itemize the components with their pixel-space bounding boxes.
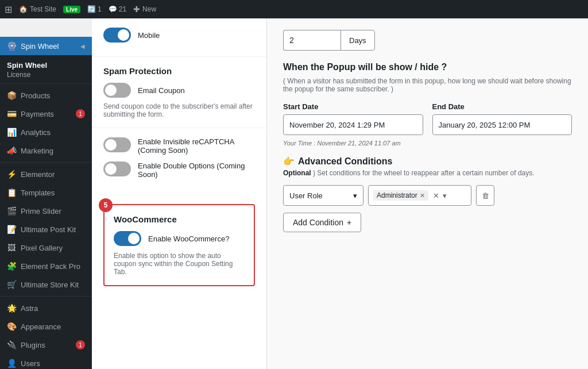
sidebar-element-pack-pro-label: Element Pack Pro [21, 262, 80, 271]
email-coupon-label: Email Coupon [138, 86, 185, 95]
start-date-input[interactable]: November 20, 2024 1:29 PM [283, 114, 423, 135]
sidebar-item-element-pack-pro[interactable]: 🧩 Element Pack Pro [0, 257, 92, 275]
revisions-count[interactable]: 🔄 1 [87, 5, 102, 13]
sidebar-products-label: Products [21, 91, 50, 100]
sidebar-prime-slider-label: Prime Slider [21, 207, 61, 216]
condition-row: User Role ▾ Administrator ✕ ✕ ▾ 🗑 [283, 185, 572, 206]
sidebar-analytics-label: Analytics [21, 128, 51, 137]
ultimate-store-kit-icon: 🛒 [7, 280, 16, 289]
mobile-toggle-label: Mobile [138, 31, 160, 40]
advanced-emoji: 👉 [283, 156, 295, 167]
plus-icon: ✚ [133, 5, 140, 14]
spam-section: Spam Protection Email Coupon Send coupon… [92, 56, 266, 128]
condition-chevron-btn[interactable]: ▾ [443, 191, 447, 200]
sidebar-templates-label: Templates [21, 189, 55, 197]
condition-tag-remove[interactable]: ✕ [420, 192, 425, 199]
sidebar-item-pixel-gallery[interactable]: 🖼 Pixel Gallery [0, 239, 92, 257]
start-date-label: Start Date [283, 102, 423, 111]
advanced-note-rest: ) Set conditions for the wheel to reappe… [313, 169, 535, 177]
days-unit-label: Days [341, 30, 375, 51]
comment-icon: 💬 [109, 5, 117, 13]
plugins-icon: 🔌 [7, 340, 16, 349]
site-name[interactable]: 🏠 Test Site [19, 5, 56, 13]
condition-clear-btn[interactable]: ✕ [433, 191, 439, 200]
condition-tag: Administrator ✕ [373, 190, 428, 201]
woocommerce-toggle[interactable] [114, 231, 141, 246]
captcha-toggle[interactable] [103, 137, 131, 152]
sidebar-item-payments[interactable]: 💳 Payments 1 [0, 105, 92, 123]
captcha-section: Enable Invisible reCAPTCHA (Coming Soon)… [92, 128, 266, 195]
wp-logo-icon: ⊞ [5, 4, 12, 15]
mobile-toggle-knob [118, 29, 129, 41]
sidebar-item-products[interactable]: 📦 Products [0, 86, 92, 105]
sidebar-item-appearance[interactable]: 🎨 Appearance [0, 317, 92, 336]
condition-type-chevron: ▾ [353, 191, 357, 200]
comments-count[interactable]: 💬 21 [109, 5, 126, 13]
sidebar-item-templates[interactable]: 📋 Templates [0, 183, 92, 202]
advanced-conditions-note: Optional ) Set conditions for the wheel … [283, 169, 572, 177]
condition-type-label: User Role [289, 191, 323, 200]
spam-description: Send coupon code to the subscriber's ema… [103, 102, 255, 118]
sidebar-elementor-label: Elementor [21, 170, 55, 179]
sidebar-ultimate-post-kit-label: Ultimate Post Kit [21, 225, 76, 234]
astra-icon: 🌟 [7, 303, 16, 313]
add-condition-label: Add Condition [293, 218, 343, 227]
sidebar-item-astra[interactable]: 🌟 Astra [0, 299, 92, 317]
sidebar-item-ultimate-store-kit[interactable]: 🛒 Ultimate Store Kit [0, 275, 92, 294]
spin-wheel-subtitle: License [7, 71, 85, 79]
condition-delete-button[interactable]: 🗑 [476, 185, 494, 206]
captcha-toggle-knob [105, 139, 117, 151]
condition-type-select[interactable]: User Role ▾ [283, 185, 363, 206]
start-date-col: Start Date November 20, 2024 1:29 PM [283, 102, 423, 135]
sidebar-item-analytics[interactable]: 📊 Analytics [0, 123, 92, 141]
sidebar-users-label: Users [21, 359, 40, 368]
new-menu[interactable]: ✚ New [133, 5, 156, 14]
date-row: Start Date November 20, 2024 1:29 PM End… [283, 102, 572, 135]
days-input[interactable] [283, 30, 341, 51]
woocommerce-box: 5 WooCommerce Enable WooCommerce? Enable… [103, 204, 255, 286]
sidebar-plugins-label: Plugins [21, 341, 45, 349]
mobile-toggle-row: Mobile [103, 28, 255, 43]
sidebar-item-users[interactable]: 👤 Users [0, 354, 92, 369]
woocommerce-description: Enable this option to show the auto coup… [114, 252, 245, 276]
home-icon: 🏠 [19, 5, 28, 13]
sidebar-item-marketing[interactable]: 📣 Marketing [0, 141, 92, 160]
sidebar-spin-wheel-label: Spin Wheel [21, 42, 59, 51]
ultimate-post-kit-icon: 📝 [7, 225, 16, 234]
live-badge: Live [63, 6, 80, 13]
captcha-toggle-row: Enable Invisible reCAPTCHA (Coming Soon) [103, 137, 255, 155]
sidebar-divider-3 [0, 296, 92, 297]
condition-tags-box: Administrator ✕ ✕ ▾ [368, 185, 471, 206]
sidebar-divider [0, 83, 92, 84]
sidebar-marketing-label: Marketing [21, 147, 53, 155]
end-date-input[interactable]: January 20, 2025 12:00 PM [432, 114, 572, 135]
sidebar-item-elementor[interactable]: ⚡ Elementor [0, 165, 92, 183]
double-options-toggle-knob [105, 163, 117, 175]
add-condition-button[interactable]: Add Condition + [283, 213, 361, 232]
advanced-conditions-title: 👉 Advanced Conditions [283, 156, 572, 167]
element-pack-pro-icon: 🧩 [7, 262, 16, 271]
payments-icon: 💳 [7, 109, 16, 118]
sidebar-ultimate-store-kit-label: Ultimate Store Kit [21, 280, 79, 289]
marketing-icon: 📣 [7, 146, 16, 155]
mobile-toggle[interactable] [103, 28, 131, 43]
optional-label: Optional [283, 169, 311, 177]
analytics-icon: 📊 [7, 128, 16, 137]
prime-slider-icon: 🎬 [7, 206, 16, 216]
sidebar-item-ultimate-post-kit[interactable]: 📝 Ultimate Post Kit [0, 220, 92, 239]
end-date-label: End Date [432, 102, 572, 111]
sidebar-item-spin-wheel[interactable]: 🎡 Spin Wheel ◀ [0, 37, 92, 55]
woocommerce-toggle-knob [128, 233, 140, 244]
pixel-gallery-icon: 🖼 [7, 243, 16, 252]
sidebar-item-prime-slider[interactable]: 🎬 Prime Slider [0, 202, 92, 220]
end-date-col: End Date January 20, 2025 12:00 PM [432, 102, 572, 135]
email-coupon-toggle[interactable] [103, 83, 131, 98]
spin-wheel-header: Spin Wheel License [0, 55, 92, 81]
plugins-badge: 1 [76, 340, 85, 349]
sidebar-item-plugins[interactable]: 🔌 Plugins 1 [0, 336, 92, 354]
woocommerce-toggle-label: Enable WooCommerce? [148, 235, 229, 243]
woocommerce-badge: 5 [99, 198, 113, 212]
double-options-toggle[interactable] [103, 162, 131, 176]
add-condition-plus-icon: + [347, 218, 351, 227]
payments-badge: 1 [76, 109, 85, 118]
